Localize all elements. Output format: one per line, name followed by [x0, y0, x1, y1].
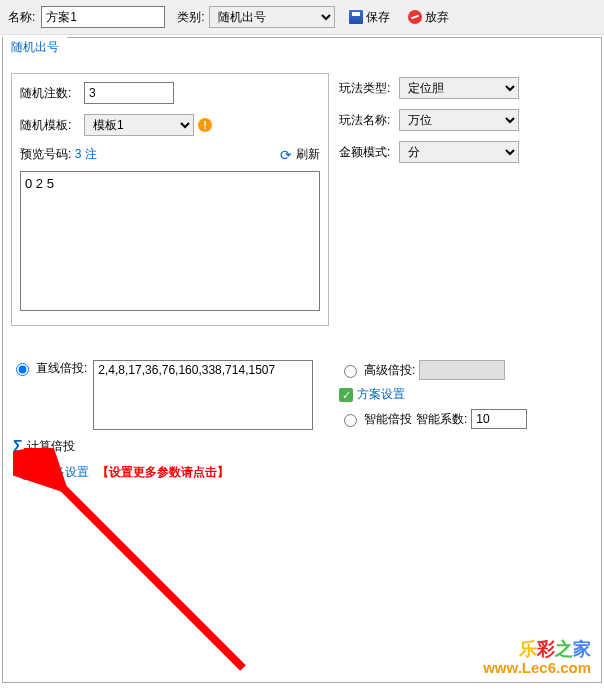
smart-bet-label: 智能倍投	[364, 411, 412, 428]
smart-coef-input[interactable]	[471, 409, 527, 429]
advanced-bet-select[interactable]	[419, 360, 505, 380]
right-panel: 玩法类型: 定位胆 玩法名称: 万位 金额模式: 分	[339, 73, 519, 326]
play-name-label: 玩法名称:	[339, 112, 399, 129]
advanced-bet-label: 高级倍投:	[364, 362, 415, 379]
more-settings-link[interactable]: 更多设置	[41, 464, 89, 481]
template-label: 随机模板:	[20, 117, 84, 134]
left-panel: 随机注数: 随机模板: 模板1 ! 预览号码: 3 注 ⟳ 刷新	[11, 73, 329, 326]
template-select[interactable]: 模板1	[84, 114, 194, 136]
name-input[interactable]	[41, 6, 165, 28]
save-label: 保存	[366, 9, 390, 26]
save-button[interactable]: 保存	[345, 7, 394, 28]
category-select[interactable]: 随机出号	[209, 6, 335, 28]
discard-button[interactable]: 放弃	[404, 7, 453, 28]
smart-bet-radio[interactable]	[344, 414, 357, 427]
top-toolbar: 名称: 类别: 随机出号 保存 放弃	[0, 0, 604, 35]
amount-mode-label: 金额模式:	[339, 144, 399, 161]
linear-bet-label: 直线倍投:	[36, 360, 87, 377]
annotation-arrow	[13, 448, 273, 698]
warning-icon: !	[198, 118, 212, 132]
play-name-select[interactable]: 万位	[399, 109, 519, 131]
linear-bet-radio[interactable]	[16, 363, 29, 376]
name-label: 名称:	[8, 9, 35, 26]
main-panel: 随机出号 随机注数: 随机模板: 模板1 ! 预览号码: 3 注 ⟳	[2, 37, 602, 683]
save-icon	[349, 10, 363, 24]
arrow-down-circle-icon	[19, 466, 33, 480]
play-type-label: 玩法类型:	[339, 80, 399, 97]
discard-icon	[408, 10, 422, 24]
tab-title: 随机出号	[3, 37, 67, 58]
plan-settings-link[interactable]: 方案设置	[357, 386, 405, 403]
smart-coef-label: 智能系数:	[416, 411, 467, 428]
refresh-button[interactable]: ⟳ 刷新	[280, 146, 320, 163]
preview-content: 0 2 5	[25, 176, 54, 191]
preview-count-link[interactable]: 3 注	[75, 147, 97, 161]
amount-mode-select[interactable]: 分	[399, 141, 519, 163]
svg-line-0	[58, 483, 243, 668]
preview-box: 0 2 5	[20, 171, 320, 311]
more-settings-hint: 【设置更多参数请点击】	[97, 464, 229, 481]
category-label: 类别:	[177, 9, 204, 26]
random-count-label: 随机注数:	[20, 85, 84, 102]
watermark: 乐彩之家 www.Lec6.com	[483, 640, 591, 676]
sigma-icon: Σ	[13, 440, 23, 454]
refresh-label: 刷新	[296, 146, 320, 163]
preview-label: 预览号码:	[20, 147, 71, 161]
play-type-select[interactable]: 定位胆	[399, 77, 519, 99]
check-icon: ✓	[339, 388, 353, 402]
discard-label: 放弃	[425, 9, 449, 26]
watermark-line1: 乐彩之家	[483, 640, 591, 660]
calc-bet-button[interactable]: Σ 计算倍投	[13, 438, 329, 455]
refresh-icon: ⟳	[280, 147, 292, 163]
calc-bet-label: 计算倍投	[27, 438, 75, 455]
linear-bet-textarea[interactable]: 2,4,8,17,36,76,160,338,714,1507	[93, 360, 313, 430]
watermark-line2: www.Lec6.com	[483, 660, 591, 677]
random-count-input[interactable]	[84, 82, 174, 104]
advanced-bet-radio[interactable]	[344, 365, 357, 378]
